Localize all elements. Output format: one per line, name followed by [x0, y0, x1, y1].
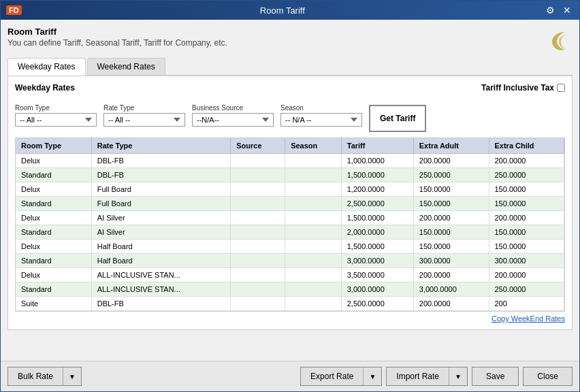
cell-7-1: Half Board	[91, 254, 231, 268]
cell-7-3	[285, 254, 342, 268]
cell-1-6: 250.0000	[489, 168, 564, 182]
room-type-filter: Room Type -- All --	[15, 104, 97, 127]
table-row[interactable]: StandardAI Silver2,000.0000150.0000150.0…	[16, 225, 564, 240]
bulk-rate-dropdown[interactable]: ▼	[63, 368, 81, 385]
cell-0-5: 200.0000	[413, 154, 489, 168]
cell-5-2	[231, 225, 285, 240]
close-button-footer[interactable]: Close	[523, 367, 573, 386]
cell-1-1: DBL-FB	[91, 168, 231, 182]
tariff-inclusive-section: Tariff Inclusive Tax	[481, 83, 565, 93]
settings-button[interactable]: ⚙	[543, 5, 558, 16]
window-title: Room Tariff	[22, 5, 543, 16]
cell-9-1: ALL-INCLUSIVE STAN...	[91, 282, 231, 297]
rate-type-label: Rate Type	[103, 104, 185, 112]
col-source: Source	[231, 138, 285, 154]
export-rate-dropdown[interactable]: ▼	[363, 368, 381, 385]
cell-7-6: 300.0000	[489, 254, 564, 268]
cell-1-2	[231, 168, 285, 182]
import-rate-dropdown[interactable]: ▼	[449, 368, 467, 385]
cell-0-0: Delux	[16, 154, 91, 168]
tab-weekend[interactable]: Weekend Rates	[87, 58, 165, 75]
cell-10-0: Suite	[16, 297, 91, 311]
export-rate-button[interactable]: Export Rate	[301, 368, 363, 385]
cell-8-5: 200.0000	[413, 268, 489, 282]
business-source-filter: Business Source --N/A--	[192, 104, 274, 127]
app-logo: FD	[6, 5, 22, 15]
rate-type-select[interactable]: -- All --	[103, 113, 185, 127]
cell-3-2	[231, 197, 285, 211]
cell-2-5: 150.0000	[413, 182, 489, 197]
cell-8-4: 3,500.0000	[341, 268, 413, 282]
room-type-select[interactable]: -- All --	[15, 113, 97, 127]
table-row[interactable]: StandardALL-INCLUSIVE STAN...3,000.00003…	[16, 282, 564, 297]
table-body: DeluxDBL-FB1,000.0000200.0000200.0000Sta…	[16, 154, 564, 311]
save-button[interactable]: Save	[472, 367, 519, 386]
cell-2-2	[231, 182, 285, 197]
col-room-type: Room Type	[16, 138, 91, 154]
cell-8-3	[285, 268, 342, 282]
cell-0-3	[285, 154, 342, 168]
table-row[interactable]: DeluxAI Silver1,500.0000200.0000200.0000	[16, 211, 564, 225]
table-row[interactable]: StandardHalf Board3,000.0000300.0000300.…	[16, 254, 564, 268]
cell-1-5: 250.0000	[413, 168, 489, 182]
cell-3-6: 150.0000	[489, 197, 564, 211]
tariff-inclusive-checkbox[interactable]	[557, 84, 565, 92]
cell-1-0: Standard	[16, 168, 91, 182]
cell-2-4: 1,200.0000	[341, 182, 413, 197]
section-subtitle: You can define Tariff, Seasonal Tariff, …	[7, 38, 227, 48]
window-content: Room Tariff You can define Tariff, Seaso…	[1, 20, 579, 361]
cell-3-5: 150.0000	[413, 197, 489, 211]
table-row[interactable]: StandardFull Board2,500.0000150.0000150.…	[16, 197, 564, 211]
cell-4-0: Delux	[16, 211, 91, 225]
col-rate-type: Rate Type	[91, 138, 231, 154]
cell-0-4: 1,000.0000	[341, 154, 413, 168]
cell-6-4: 1,500.0000	[341, 240, 413, 254]
bulk-rate-button[interactable]: Bulk Rate	[8, 368, 63, 385]
season-select[interactable]: -- N/A --	[280, 113, 362, 127]
title-bar-controls: ⚙ ✕	[543, 5, 574, 16]
title-bar-left: FD	[6, 5, 22, 15]
copy-weekend-link[interactable]: Copy WeekEnd Rates	[15, 314, 565, 323]
cell-10-4: 2,500.0000	[341, 297, 413, 311]
tab-weekday[interactable]: Weekday Rates	[7, 58, 86, 76]
cell-5-3	[285, 225, 342, 240]
tariff-table-container[interactable]: Room Type Rate Type Source Season Tariff…	[15, 137, 565, 312]
cell-3-0: Standard	[16, 197, 91, 211]
cell-2-1: Full Board	[91, 182, 231, 197]
table-row[interactable]: SuiteDBL-FB2,500.0000200.0000200	[16, 297, 564, 311]
cell-4-3	[285, 211, 342, 225]
cell-4-5: 200.0000	[413, 211, 489, 225]
col-tariff: Tariff	[341, 138, 413, 154]
cell-6-6: 150.0000	[489, 240, 564, 254]
table-row[interactable]: DeluxDBL-FB1,000.0000200.0000200.0000	[16, 154, 564, 168]
cell-0-2	[231, 154, 285, 168]
footer: Bulk Rate ▼ Export Rate ▼ Import Rate ▼ …	[1, 361, 579, 391]
cell-10-1: DBL-FB	[91, 297, 231, 311]
cell-9-2	[231, 282, 285, 297]
table-row[interactable]: StandardDBL-FB1,500.0000250.0000250.0000	[16, 168, 564, 182]
close-button[interactable]: ✕	[560, 5, 574, 16]
cell-9-6: 250.0000	[489, 282, 564, 297]
tabs-container: Weekday Rates Weekend Rates Weekday Rate…	[7, 58, 573, 330]
business-source-select[interactable]: --N/A--	[192, 113, 274, 127]
header-text: Room Tariff You can define Tariff, Seaso…	[7, 27, 227, 48]
header-section: Room Tariff You can define Tariff, Seaso…	[7, 27, 573, 54]
crescent-logo	[545, 27, 573, 54]
cell-5-0: Standard	[16, 225, 91, 240]
cell-8-6: 200.0000	[489, 268, 564, 282]
get-tariff-button[interactable]: Get Tariff	[369, 105, 426, 132]
cell-8-2	[231, 268, 285, 282]
cell-4-6: 200.0000	[489, 211, 564, 225]
import-rate-split-button: Import Rate ▼	[386, 367, 468, 386]
cell-10-6: 200	[489, 297, 564, 311]
tariff-table: Room Type Rate Type Source Season Tariff…	[16, 138, 564, 311]
cell-2-0: Delux	[16, 182, 91, 197]
import-rate-button[interactable]: Import Rate	[387, 368, 449, 385]
cell-5-5: 150.0000	[413, 225, 489, 240]
table-row[interactable]: DeluxFull Board1,200.0000150.0000150.000…	[16, 182, 564, 197]
cell-2-3	[285, 182, 342, 197]
cell-9-0: Standard	[16, 282, 91, 297]
table-row[interactable]: DeluxALL-INCLUSIVE STAN...3,500.0000200.…	[16, 268, 564, 282]
tabs: Weekday Rates Weekend Rates	[7, 58, 573, 76]
table-row[interactable]: DeluxHalf Board1,500.0000150.0000150.000…	[16, 240, 564, 254]
